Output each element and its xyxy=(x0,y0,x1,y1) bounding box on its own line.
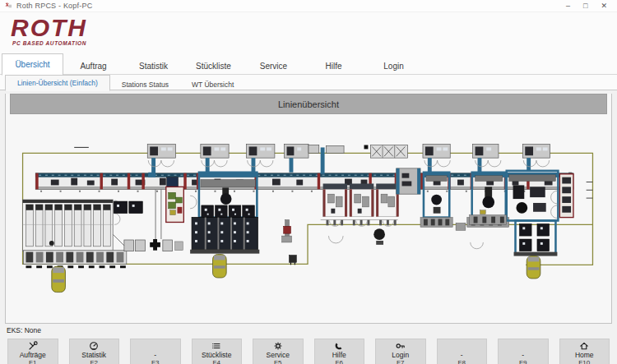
top-station xyxy=(201,145,229,159)
list-icon xyxy=(211,341,221,351)
line-module xyxy=(350,183,373,225)
key-icon xyxy=(396,341,406,351)
home-icon xyxy=(579,341,589,351)
subtab-stations-status[interactable]: Stations Status xyxy=(110,78,180,90)
tab-page-content: Linienübersicht xyxy=(5,94,612,324)
tab-service[interactable]: Service xyxy=(244,58,304,75)
tab-auftrag[interactable]: Auftrag xyxy=(63,58,123,75)
function-button-bar: Aufträge F1 - Statistik F2 - F3 Stücklis… xyxy=(0,337,617,364)
auftraege-button[interactable]: Aufträge F1 xyxy=(7,339,58,364)
tab-statistik[interactable]: Statistik xyxy=(123,58,183,75)
close-button[interactable]: ✕ xyxy=(601,2,607,10)
status-bar: EKS: None xyxy=(0,324,617,337)
app-window: { "window": { "title": "Roth RPCS - Kopf… xyxy=(0,0,617,364)
eks-status: EKS: None xyxy=(7,326,41,334)
top-station xyxy=(473,145,499,159)
line-layout-svg xyxy=(7,119,610,322)
service-button[interactable]: Service F5 xyxy=(253,339,304,364)
home-button[interactable]: Home F10 xyxy=(559,339,610,364)
small-cabinet xyxy=(327,145,345,153)
main-tab-bar: Übersicht Auftrag Statistik Stückliste S… xyxy=(0,53,617,75)
tab-hilfe[interactable]: Hilfe xyxy=(304,58,364,75)
minimize-button[interactable]: – xyxy=(566,2,570,10)
robot-arm xyxy=(373,228,385,240)
roth-logo: ROTH xyxy=(11,16,617,40)
tab-login[interactable]: Login xyxy=(364,58,424,75)
f9-button[interactable]: - F9 xyxy=(498,339,549,364)
window-title: Roth RPCS - Kopf-PC xyxy=(16,2,566,10)
login-button[interactable]: Login F7 xyxy=(375,339,426,364)
gauge-icon xyxy=(89,341,99,351)
tab-stueckliste[interactable]: Stückliste xyxy=(183,58,244,75)
line-overview-header: Linienübersicht xyxy=(10,94,607,114)
maximize-button[interactable]: □ xyxy=(583,2,587,10)
app-icon xyxy=(5,2,12,10)
top-station xyxy=(522,145,550,159)
robot-cell-2 xyxy=(397,168,453,227)
line-overview-diagram[interactable] xyxy=(7,119,610,322)
line-module xyxy=(376,183,398,225)
line-module xyxy=(323,183,347,225)
top-station xyxy=(423,145,450,159)
subtab-wt-uebersicht[interactable]: WT Übersicht xyxy=(180,78,245,90)
brand-header: ROTH PC BASED AUTOMATION xyxy=(0,12,617,53)
top-station xyxy=(247,145,275,159)
phone-icon xyxy=(334,341,344,351)
gear-icon xyxy=(273,341,283,351)
agv-right xyxy=(527,256,540,279)
agv-left xyxy=(52,266,66,292)
f3-button[interactable]: - F3 xyxy=(130,339,181,364)
agv-center xyxy=(213,255,227,278)
top-station xyxy=(285,145,308,159)
hilfe-button[interactable]: Hilfe F6 xyxy=(314,339,365,364)
subtab-linien-uebersicht[interactable]: Linien-Übersicht (Einfach) xyxy=(5,75,110,91)
stueckliste-button[interactable]: Stückliste F4 xyxy=(192,339,243,364)
top-station xyxy=(147,145,175,159)
f8-button[interactable]: - F8 xyxy=(437,339,488,364)
tab-uebersicht[interactable]: Übersicht xyxy=(2,53,63,76)
statistik-button[interactable]: - Statistik F2 xyxy=(69,339,120,364)
window-titlebar: Roth RPCS - Kopf-PC – □ ✕ xyxy=(0,0,617,12)
main-conveyor xyxy=(35,173,573,191)
brand-tagline: PC BASED AUTOMATION xyxy=(12,40,617,46)
tools-icon xyxy=(28,341,38,351)
small-cabinet xyxy=(308,145,319,154)
storage-racks xyxy=(23,200,129,293)
sub-tab-bar: Linien-Übersicht (Einfach) Stations Stat… xyxy=(0,75,617,90)
top-stations xyxy=(147,145,550,174)
braced-station xyxy=(370,145,407,159)
junction-box xyxy=(364,145,369,150)
